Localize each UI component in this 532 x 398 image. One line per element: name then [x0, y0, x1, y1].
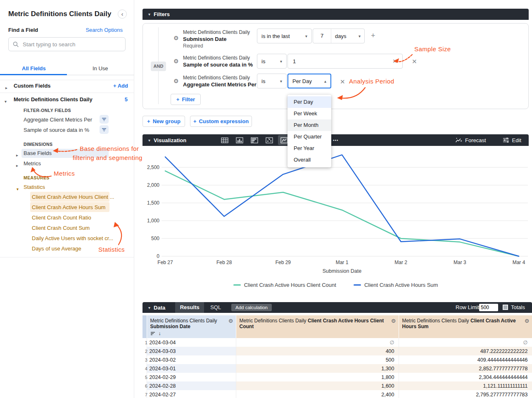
- filter-operator-select[interactable]: is ▾: [257, 74, 287, 88]
- column-chart-icon[interactable]: [233, 135, 246, 145]
- metrics-caret-icon[interactable]: ▸: [16, 161, 18, 169]
- search-options-link[interactable]: Search Options: [86, 27, 123, 33]
- custom-fields-caret-icon[interactable]: ▸: [5, 83, 7, 91]
- view-group-caret-icon[interactable]: ▾: [5, 97, 7, 105]
- measure-daily-active-users[interactable]: Daily Active Users with socket cr...: [32, 235, 113, 241]
- collapse-data-icon[interactable]: ▾: [148, 305, 150, 310]
- filter-gear-icon[interactable]: ⚙: [173, 78, 179, 84]
- cell-date[interactable]: 2024-02-29: [147, 373, 236, 381]
- measure-client-crash-count-sum[interactable]: Client Crash Count Sum: [32, 225, 90, 231]
- visualization-section-bar[interactable]: ▾ Visualization •••: [142, 134, 529, 146]
- sidebar-item-metrics[interactable]: Metrics: [24, 160, 41, 167]
- active-filter-button[interactable]: [100, 125, 109, 134]
- filter-gear-icon[interactable]: ⚙: [173, 35, 179, 41]
- legend-item-client-count[interactable]: Client Crash Active Hours Client Count: [233, 282, 336, 288]
- filter-value-input[interactable]: 1 ✕: [287, 54, 403, 69]
- cell-date[interactable]: 2024-02-27: [147, 390, 236, 398]
- column-header-client-count[interactable]: Metric Definitions Clients Daily Client …: [236, 315, 399, 338]
- more-chart-types-icon[interactable]: •••: [333, 134, 339, 146]
- filter-gear-icon[interactable]: ⚙: [173, 58, 179, 64]
- menu-item-per-day[interactable]: Per Day: [287, 96, 331, 108]
- menu-item-per-quarter[interactable]: Per Quarter: [287, 131, 331, 143]
- cell-sum[interactable]: 409.44444444444446: [399, 355, 532, 364]
- cell-date[interactable]: 2024-03-03: [147, 347, 236, 355]
- cell-count[interactable]: 1,300: [236, 364, 399, 373]
- column-gear-icon[interactable]: ⚙: [228, 318, 233, 324]
- statistics-caret-icon[interactable]: ▾: [17, 185, 19, 192]
- cell-sum[interactable]: 2,795.2777777777783: [399, 390, 532, 398]
- tab-sql[interactable]: SQL: [204, 302, 227, 313]
- filter-value-input[interactable]: 7: [313, 29, 331, 43]
- collapse-filters-icon[interactable]: ▾: [148, 12, 150, 17]
- svg-text:Feb 27: Feb 27: [157, 260, 173, 265]
- field-search-box[interactable]: [8, 37, 126, 51]
- cell-count[interactable]: ∅: [236, 338, 399, 347]
- cell-date[interactable]: 2024-03-01: [147, 364, 236, 373]
- tab-results[interactable]: Results: [175, 302, 204, 313]
- sort-desc-icon[interactable]: ↓: [159, 331, 161, 336]
- filters-section-bar[interactable]: ▾ Filters: [142, 9, 529, 20]
- cell-sum[interactable]: ∅: [399, 338, 532, 347]
- cell-count[interactable]: 400: [236, 347, 399, 355]
- filter-icon: [101, 127, 107, 132]
- period-select-open[interactable]: Per Day ▴: [287, 74, 331, 88]
- measure-days-of-use-average[interactable]: Days of use Average: [32, 245, 81, 252]
- add-calculation-button[interactable]: Add calculation: [231, 304, 272, 311]
- new-group-button[interactable]: + New group: [142, 116, 185, 127]
- legend-item-sum[interactable]: Client Crash Active Hours Sum: [354, 282, 438, 288]
- cell-sum[interactable]: 2,852.777777777778: [399, 364, 532, 373]
- menu-item-per-year[interactable]: Per Year: [287, 143, 331, 154]
- column-gear-icon[interactable]: ⚙: [391, 318, 396, 324]
- sidebar-item-custom-fields[interactable]: Custom Fields: [14, 83, 51, 89]
- cell-sum[interactable]: 2,304.444444444444: [399, 373, 532, 381]
- clear-value-icon[interactable]: ✕: [392, 58, 397, 64]
- remove-filter-icon[interactable]: ✕: [340, 78, 345, 86]
- search-input[interactable]: [23, 41, 114, 48]
- custom-expression-button[interactable]: + Custom expression: [190, 116, 252, 127]
- totals-checkbox[interactable]: [503, 305, 508, 310]
- bar-chart-icon[interactable]: [248, 135, 261, 145]
- add-condition-icon[interactable]: +: [371, 31, 375, 40]
- field-sample-of-source-data[interactable]: Sample of source data in %: [24, 127, 89, 133]
- add-custom-field-button[interactable]: + Add: [113, 83, 128, 89]
- cell-count[interactable]: 500: [236, 355, 399, 364]
- tab-all-fields[interactable]: All Fields: [22, 65, 46, 71]
- field-aggregate-client-metrics-per[interactable]: Aggregate Client Metrics Per: [24, 117, 92, 123]
- edit-viz-button[interactable]: Edit: [503, 137, 521, 143]
- column-gear-icon[interactable]: ⚙: [525, 318, 530, 324]
- cell-sum[interactable]: 487.2222222222222: [399, 347, 532, 355]
- menu-item-per-month[interactable]: Per Month: [287, 119, 331, 131]
- filter-operator-select[interactable]: is in the last ▾: [257, 29, 312, 43]
- active-filter-button[interactable]: [100, 115, 109, 124]
- cell-date[interactable]: 2024-02-28: [147, 381, 236, 390]
- sidebar-item-statistics[interactable]: Statistics: [24, 184, 45, 190]
- filter-unit-select[interactable]: days ▾: [331, 33, 364, 39]
- scatter-chart-icon[interactable]: [263, 135, 276, 145]
- cell-date[interactable]: 2024-03-02: [147, 355, 236, 364]
- cell-count[interactable]: 1,600: [236, 381, 399, 390]
- cell-count[interactable]: 1,800: [236, 373, 399, 381]
- measure-client-crash-active-hours-client-count[interactable]: Client Crash Active Hours Client ...: [32, 194, 114, 200]
- remove-filter-icon[interactable]: ✕: [412, 58, 417, 65]
- menu-item-per-week[interactable]: Per Week: [287, 108, 331, 119]
- measure-client-crash-count-ratio[interactable]: Client Crash Count Ratio: [32, 214, 91, 221]
- sidebar-item-base-fields[interactable]: Base Fields: [24, 150, 52, 156]
- table-chart-icon[interactable]: [218, 135, 231, 145]
- add-filter-button[interactable]: + Filter: [171, 94, 201, 105]
- row-limit-input[interactable]: [479, 304, 498, 311]
- tab-in-use[interactable]: In Use: [93, 65, 108, 71]
- and-operator-badge[interactable]: AND: [151, 62, 166, 71]
- cell-sum[interactable]: 1,121.111111111111: [399, 381, 532, 390]
- column-header-submission-date[interactable]: Metric Definitions Clients Daily Submiss…: [147, 315, 236, 338]
- cell-date[interactable]: 2024-03-04: [147, 338, 236, 347]
- sidebar-item-view-group[interactable]: Metric Definitions Clients Daily: [14, 96, 93, 102]
- measure-client-crash-active-hours-sum[interactable]: Client Crash Active Hours Sum: [32, 204, 105, 210]
- filter-operator-select[interactable]: is ▾: [257, 54, 287, 69]
- collapse-visualization-icon[interactable]: ▾: [148, 138, 150, 143]
- cell-count[interactable]: 2,400: [236, 390, 399, 398]
- forecast-button[interactable]: Forecast: [455, 137, 486, 143]
- base-fields-caret-icon[interactable]: ▸: [16, 151, 18, 158]
- menu-item-overall[interactable]: Overall: [287, 154, 331, 166]
- collapse-sidebar-icon[interactable]: ‹: [118, 10, 127, 19]
- column-header-sum[interactable]: Metric Definitions Clients Daily Client …: [399, 315, 532, 338]
